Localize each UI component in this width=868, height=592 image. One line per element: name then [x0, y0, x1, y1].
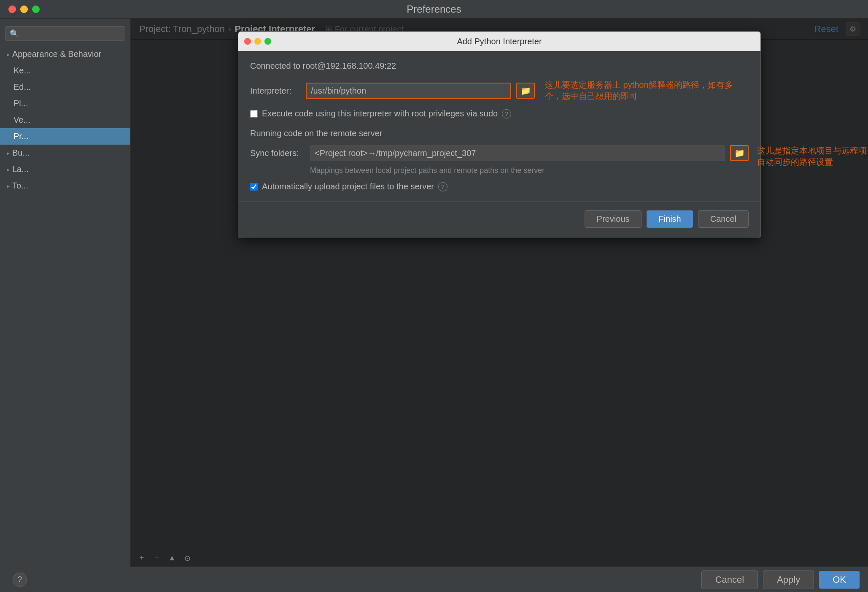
modal-traffic-lights [244, 38, 271, 45]
bottom-cancel-button[interactable]: Cancel [701, 570, 758, 589]
expand-arrow-icon: ▸ [7, 150, 10, 156]
sidebar-item-la[interactable]: ▸ La... [0, 161, 130, 178]
modal-body: Connected to root@192.168.100.49:22 Inte… [238, 51, 760, 202]
sync-annotation: 这儿是指定本地项目与远程项目自动同步的路径设置 [757, 145, 868, 168]
search-input[interactable] [22, 29, 121, 38]
modal-overlay: Add Python Interpreter Connected to root… [131, 19, 868, 567]
auto-upload-checkbox[interactable] [250, 183, 258, 191]
interpreter-browse-button[interactable]: 📁 [516, 83, 535, 99]
previous-button[interactable]: Previous [585, 210, 642, 228]
content-area: Project: Tron_python › Project Interpret… [131, 19, 868, 567]
toolbar-bottom-left: ? [8, 573, 27, 587]
traffic-lights [8, 5, 40, 13]
sidebar-item-label: Bu... [12, 148, 30, 158]
sync-folders-row: Sync folders: 📁 这儿是指定本地项目与远程项目自动同步的路径设置 [250, 145, 749, 161]
search-icon: 🔍 [10, 29, 19, 38]
expand-arrow-icon: ▸ [7, 183, 10, 189]
sidebar-item-label: Ke... [13, 66, 31, 75]
sidebar-item-to[interactable]: ▸ To... [0, 178, 130, 194]
section-label: Running code on the remote server [250, 129, 749, 138]
interpreter-row: Interpreter: 📁 这儿要选定服务器上 python解释器的路径，如有… [250, 79, 749, 102]
window-title: Preferences [407, 3, 461, 15]
minimize-button[interactable] [20, 5, 28, 13]
sidebar-item-label: La... [12, 164, 29, 174]
folder-icon: 📁 [520, 86, 531, 96]
sync-folders-input[interactable] [310, 146, 725, 161]
sync-input-wrapper [310, 145, 725, 161]
add-python-interpreter-dialog: Add Python Interpreter Connected to root… [238, 31, 761, 238]
sidebar-item-ve[interactable]: Ve... [0, 112, 130, 128]
cancel-button[interactable]: Cancel [698, 210, 749, 228]
sync-folders-label: Sync folders: [250, 148, 305, 158]
up-icon[interactable]: ▲ [166, 552, 178, 564]
connected-text: Connected to root@192.168.100.49:22 [250, 61, 749, 71]
remove-icon[interactable]: − [151, 552, 163, 564]
sidebar-item-pl[interactable]: Pl... [0, 95, 130, 112]
sidebar-item-ke[interactable]: Ke... [0, 62, 130, 79]
mappings-hint: Mappings between local project paths and… [310, 166, 749, 175]
auto-upload-row: Automatically upload project files to th… [250, 182, 749, 191]
sidebar-item-label: To... [12, 181, 28, 191]
bottom-ok-button[interactable]: OK [819, 571, 860, 589]
modal-title: Add Python Interpreter [457, 37, 542, 46]
close-button[interactable] [8, 5, 16, 13]
search-box[interactable]: 🔍 [5, 26, 125, 41]
eye-icon[interactable]: ⊙ [181, 552, 193, 564]
sudo-checkbox-row: Execute code using this interpreter with… [250, 109, 749, 118]
sidebar-item-appearance[interactable]: ▸ Appearance & Behavior [0, 46, 130, 62]
zoom-button[interactable] [32, 5, 40, 13]
title-bar: Preferences [0, 0, 868, 19]
modal-minimize-icon[interactable] [254, 38, 261, 45]
content-toolbar: + − ▲ ⊙ [131, 550, 868, 567]
sudo-help-icon[interactable]: ? [502, 109, 511, 118]
help-button[interactable]: ? [13, 573, 27, 587]
sync-browse-button[interactable]: 📁 [730, 145, 749, 161]
sidebar-item-label: Ed... [13, 82, 31, 92]
modal-title-bar: Add Python Interpreter [238, 32, 760, 51]
modal-footer: Previous Finish Cancel [238, 202, 760, 238]
auto-upload-label[interactable]: Automatically upload project files to th… [262, 182, 434, 191]
add-icon[interactable]: + [136, 552, 148, 564]
auto-upload-help-icon[interactable]: ? [438, 182, 447, 191]
modal-zoom-icon[interactable] [264, 38, 271, 45]
sidebar-item-bu[interactable]: ▸ Bu... [0, 145, 130, 161]
modal-close-icon[interactable] [244, 38, 251, 45]
interpreter-input-wrapper [306, 83, 511, 99]
sidebar-item-pr[interactable]: Pr... [0, 128, 130, 145]
bottom-apply-button[interactable]: Apply [763, 570, 814, 589]
sidebar-item-label: Ve... [13, 115, 30, 125]
interpreter-input[interactable] [307, 83, 510, 98]
sidebar: 🔍 ▸ Appearance & Behavior Ke... Ed... Pl… [0, 19, 131, 567]
expand-arrow-icon: ▸ [7, 51, 10, 58]
folder-icon: 📁 [734, 148, 745, 158]
sidebar-item-label: Pr... [13, 132, 29, 141]
sidebar-item-label: Pl... [13, 99, 28, 108]
sidebar-item-ed[interactable]: Ed... [0, 79, 130, 95]
sudo-checkbox[interactable] [250, 110, 258, 118]
bottom-bar: ? Cancel Apply OK [0, 567, 868, 592]
sudo-checkbox-label[interactable]: Execute code using this interpreter with… [262, 109, 498, 118]
sidebar-item-label: Appearance & Behavior [12, 49, 101, 59]
main-layout: 🔍 ▸ Appearance & Behavior Ke... Ed... Pl… [0, 19, 868, 567]
interpreter-annotation: 这儿要选定服务器上 python解释器的路径，如有多个，选中自己想用的即可 [545, 79, 749, 102]
finish-button[interactable]: Finish [647, 210, 693, 228]
expand-arrow-icon: ▸ [7, 166, 10, 173]
interpreter-label: Interpreter: [250, 86, 301, 96]
